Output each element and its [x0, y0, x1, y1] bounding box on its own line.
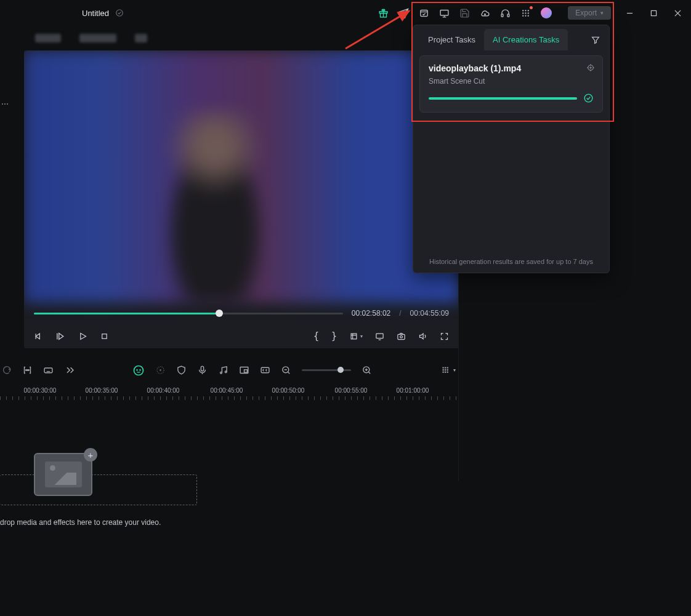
export-button[interactable]: Export ▾	[568, 6, 611, 20]
svg-point-12	[528, 12, 529, 14]
preview-tab-blurred[interactable]	[35, 34, 61, 42]
svg-point-9	[528, 10, 529, 11]
apps-grid-icon[interactable]	[520, 8, 531, 18]
display-out-icon[interactable]	[375, 332, 384, 341]
check-circle-icon	[583, 93, 594, 103]
aspect-crop-dropdown[interactable]: ▾	[349, 332, 363, 341]
preview-tab-blurred[interactable]	[135, 34, 147, 42]
window-minimize-icon[interactable]	[626, 10, 633, 17]
ruler-label: 00:00:35:00	[86, 387, 118, 394]
user-avatar[interactable]	[541, 7, 552, 18]
desktop-icon[interactable]	[439, 8, 450, 18]
svg-rect-3	[421, 10, 427, 16]
svg-rect-17	[651, 10, 656, 15]
svg-rect-52	[443, 367, 444, 369]
tasks-queue-icon[interactable]	[419, 8, 429, 18]
step-back-icon[interactable]	[34, 332, 43, 341]
player-controls: { } ▾	[24, 324, 459, 348]
time-separator: /	[399, 309, 401, 318]
tasks-panel: Project Tasks AI Creations Tasks videopl…	[413, 25, 610, 273]
picture-in-picture-icon[interactable]	[239, 365, 249, 375]
target-dotted-icon[interactable]	[155, 365, 166, 375]
tab-ai-creations-tasks[interactable]: AI Creations Tasks	[484, 29, 568, 50]
play-icon[interactable]	[78, 332, 87, 341]
keyboard-icon[interactable]	[43, 365, 54, 375]
svg-marker-20	[36, 334, 39, 339]
window-maximize-icon[interactable]	[650, 10, 657, 17]
svg-point-31	[26, 370, 26, 370]
caption-cc-icon[interactable]	[260, 365, 270, 375]
snapshot-icon[interactable]	[397, 332, 406, 341]
timeline-drop-zone[interactable]	[0, 474, 197, 505]
ruler-label: 00:00:55:00	[335, 387, 368, 394]
add-media-button[interactable]: +	[84, 448, 97, 462]
svg-rect-27	[376, 334, 383, 338]
ruler-label: 00:00:40:00	[147, 387, 180, 394]
current-time: 00:02:58:02	[352, 309, 390, 318]
send-icon[interactable]	[398, 8, 409, 18]
track-view-dropdown[interactable]: ▾	[440, 365, 456, 375]
svg-point-29	[400, 335, 403, 338]
stop-icon[interactable]	[100, 332, 109, 341]
task-subtitle: Smart Scene Cut	[429, 77, 594, 86]
svg-point-10	[522, 12, 523, 14]
media-clip-placeholder[interactable]: +	[34, 453, 92, 496]
zoom-in-icon[interactable]	[362, 365, 372, 375]
play-next-frame-icon[interactable]	[55, 331, 66, 342]
svg-point-15	[528, 15, 529, 16]
svg-rect-26	[351, 334, 357, 339]
duration-time: 00:04:55:09	[410, 309, 449, 318]
save-icon[interactable]	[459, 8, 470, 18]
expand-right-icon[interactable]	[64, 365, 75, 375]
video-preview: 00:02:58:02 / 00:04:55:09 { } ▾	[24, 50, 459, 348]
svg-marker-24	[81, 333, 86, 339]
zoom-out-icon[interactable]	[281, 365, 291, 375]
mark-out-icon[interactable]: }	[331, 330, 337, 342]
chevron-down-icon: ▾	[600, 10, 604, 16]
preview-tab-blurred[interactable]	[79, 34, 116, 42]
timeline[interactable]: 00:00:30:0000:00:35:0000:00:40:0000:00:4…	[0, 383, 458, 610]
fullscreen-icon[interactable]	[440, 332, 449, 341]
svg-rect-55	[443, 369, 444, 370]
tab-project-tasks[interactable]: Project Tasks	[419, 29, 484, 50]
svg-marker-22	[59, 333, 63, 339]
timeline-ruler[interactable]: 00:00:30:0000:00:35:0000:00:40:0000:00:4…	[0, 385, 458, 404]
svg-rect-39	[201, 366, 203, 371]
saved-status-icon	[115, 9, 124, 17]
svg-rect-4	[440, 10, 448, 15]
mark-in-icon[interactable]: {	[313, 330, 319, 342]
zoom-slider[interactable]	[302, 369, 351, 371]
mic-icon[interactable]	[197, 365, 208, 375]
headset-icon[interactable]	[500, 8, 511, 18]
svg-point-7	[522, 10, 523, 11]
window-close-icon[interactable]	[674, 10, 681, 17]
task-title: videoplayback (1).mp4	[429, 63, 594, 73]
gift-icon[interactable]	[378, 8, 389, 18]
svg-point-11	[525, 12, 527, 14]
locate-target-icon[interactable]	[586, 63, 595, 72]
redo-icon[interactable]	[1, 365, 12, 375]
svg-point-30	[27, 370, 28, 370]
music-note-icon[interactable]	[218, 365, 228, 375]
video-canvas[interactable]	[24, 50, 459, 303]
svg-rect-28	[398, 334, 405, 339]
svg-point-40	[220, 372, 222, 374]
shield-icon[interactable]	[176, 365, 187, 375]
task-card[interactable]: videoplayback (1).mp4 Smart Scene Cut	[419, 55, 603, 113]
svg-rect-25	[102, 334, 107, 338]
sidebar-handle[interactable]: ⋯	[1, 100, 8, 108]
svg-rect-58	[443, 372, 444, 373]
titlebar: Untitled Export	[0, 0, 691, 26]
playback-slider[interactable]	[34, 313, 343, 314]
svg-rect-5	[501, 14, 503, 16]
ai-robot-icon[interactable]	[132, 364, 145, 377]
cloud-upload-icon[interactable]	[480, 8, 490, 18]
filter-icon[interactable]	[591, 35, 600, 45]
bracket-select-icon[interactable]	[22, 365, 33, 375]
svg-rect-53	[445, 367, 446, 369]
svg-point-63	[584, 94, 592, 102]
volume-icon[interactable]	[418, 332, 427, 341]
svg-rect-33	[44, 368, 52, 373]
export-label: Export	[575, 9, 597, 17]
svg-point-36	[139, 369, 141, 370]
